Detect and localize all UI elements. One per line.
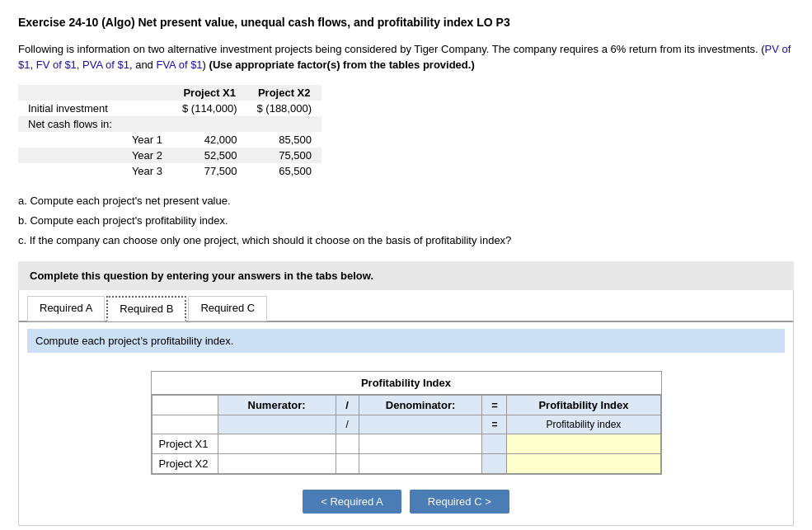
instructions: a. Compute each project's net present va… <box>18 192 794 250</box>
sub-equals: = <box>482 415 507 434</box>
x2-year2: 75,500 <box>246 148 322 163</box>
initial-investment-label: Initial investment <box>18 101 122 116</box>
intro-text1: Following is information on two alternat… <box>18 43 765 55</box>
x1-year1: 42,000 <box>172 132 247 148</box>
net-cash-flows-label: Net cash flows in: <box>18 116 122 132</box>
prof-table: Numerator: / Denominator: = Profitabilit… <box>152 395 661 474</box>
x1-year2: 52,500 <box>172 148 247 163</box>
instruction-b: b. Compute each project's profitability … <box>18 212 794 230</box>
x1-year3: 77,500 <box>172 163 247 179</box>
x2-result-input[interactable] <box>551 457 617 470</box>
tabs-container: Required A Required B Required C Compute… <box>18 290 794 526</box>
complete-box: Complete this question by entering your … <box>18 261 794 290</box>
investment-table: Project X1 Project X2 Initial investment… <box>18 85 322 179</box>
table-row: Project X2 <box>152 453 660 473</box>
table-row: Project X1 <box>152 434 660 453</box>
col-numerator-header: Numerator: <box>218 395 336 415</box>
col-slash-header: / <box>336 395 359 415</box>
x1-denominator-input[interactable] <box>387 438 453 450</box>
year1-label: Year 1 <box>122 132 172 148</box>
prev-button[interactable]: < Required A <box>303 490 401 514</box>
x1-initial: $ (114,000) <box>172 101 247 116</box>
prof-table-outer: Profitability Index Numerator: / Denomin… <box>151 371 662 475</box>
buttons-row: < Required A Required C > <box>27 490 785 514</box>
x2-year3: 65,500 <box>246 163 322 179</box>
tab-required-c[interactable]: Required C <box>188 296 267 321</box>
x1-result-input[interactable] <box>551 438 617 450</box>
col-result-header: Profitability Index <box>507 395 660 415</box>
intro-text2: ) <box>203 59 209 71</box>
x2-denominator-cell <box>359 453 482 473</box>
col-equals-header: = <box>482 395 507 415</box>
pva-link[interactable]: PVA of $1 <box>82 59 129 71</box>
year3-label: Year 3 <box>122 163 172 179</box>
instruction-a: a. Compute each project's net present va… <box>18 192 794 210</box>
intro-bold: (Use appropriate factor(s) from the tabl… <box>209 59 475 71</box>
tabs-row: Required A Required B Required C <box>19 290 793 322</box>
tab-required-a[interactable]: Required A <box>27 296 105 321</box>
x1-numerator-input[interactable] <box>244 438 310 450</box>
x2-numerator-cell <box>218 453 336 473</box>
intro-text: Following is information on two alternat… <box>18 41 794 73</box>
profitability-section: Profitability Index Numerator: / Denomin… <box>27 361 785 475</box>
fva-link[interactable]: FVA of $1 <box>156 59 202 71</box>
tab-content: Compute each project’s profitability ind… <box>19 322 793 525</box>
sub-slash: / <box>336 415 359 434</box>
x2-initial: $ (188,000) <box>246 101 322 116</box>
x2-denominator-input[interactable] <box>387 457 453 470</box>
prof-section-title: Profitability Index <box>152 372 661 395</box>
x1-label: Project X1 <box>152 434 218 453</box>
fv-link[interactable]: FV of $1 <box>36 59 77 71</box>
next-button[interactable]: Required C > <box>410 490 509 514</box>
x2-year1: 85,500 <box>246 132 322 148</box>
prof-sub-header: / = Profitability index <box>152 415 660 434</box>
tab-required-b[interactable]: Required B <box>106 296 186 321</box>
instruction-c: c. If the company can choose only one pr… <box>18 232 794 250</box>
col-x1-header: Project X1 <box>172 85 247 101</box>
x1-result-cell <box>507 434 660 453</box>
x2-result-cell <box>507 453 660 473</box>
compute-label: Compute each project’s profitability ind… <box>27 329 785 353</box>
col-x2-header: Project X2 <box>246 85 322 101</box>
page-title: Exercise 24-10 (Algo) Net present value,… <box>18 15 794 31</box>
prof-header-row: Numerator: / Denominator: = Profitabilit… <box>152 395 660 415</box>
x2-label: Project X2 <box>152 453 218 473</box>
col-denominator-header: Denominator: <box>359 395 482 415</box>
year2-label: Year 2 <box>122 148 172 163</box>
x2-numerator-input[interactable] <box>244 457 310 470</box>
x1-numerator-cell <box>218 434 336 453</box>
sub-result-label: Profitability index <box>507 415 660 434</box>
x1-denominator-cell <box>359 434 482 453</box>
